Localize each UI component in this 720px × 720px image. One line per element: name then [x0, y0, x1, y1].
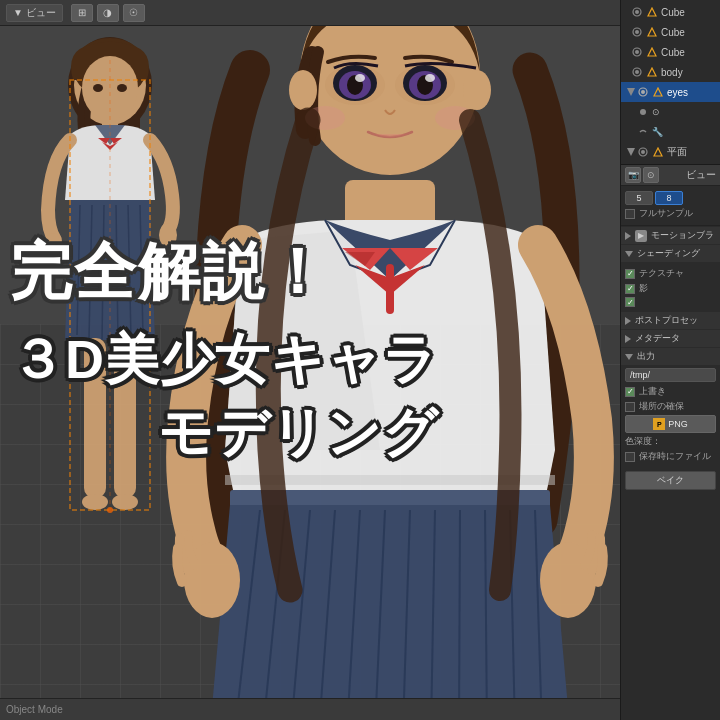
svg-marker-60: [648, 28, 656, 36]
overwrite-row: ✓ 上書き: [625, 385, 716, 398]
right-panel: Cube Cube: [620, 0, 720, 720]
svg-point-7: [117, 84, 127, 92]
shadow-checkbox[interactable]: ✓: [625, 284, 635, 294]
properties-panel: 5 8 フルサンプル ▶ モーションブラ シ: [621, 186, 720, 720]
viewport-toolbar-btn[interactable]: ⊞: [71, 4, 93, 22]
overlay-title: 完全解説！ ３D美少女キャラ モデリング: [10, 230, 438, 470]
svg-point-51: [355, 74, 365, 82]
outliner-item-body[interactable]: body: [621, 62, 720, 82]
bake-section: ベイク: [621, 467, 720, 494]
save-as-file-label: 保存時にファイル: [639, 450, 716, 463]
overwrite-checkbox[interactable]: ✓: [625, 387, 635, 397]
svg-point-69: [641, 90, 645, 94]
placeholder-row: 場所の確保: [625, 400, 716, 413]
texture-checkbox[interactable]: ✓: [625, 269, 635, 279]
mesh-icon: [646, 6, 658, 18]
full-sample-label: フルサンプル: [639, 207, 716, 220]
render-samples-row: 5 8: [625, 191, 716, 205]
performance-arrow: [625, 317, 631, 325]
performance-section[interactable]: ポストプロセッ: [621, 312, 720, 329]
motion-icon: ▶: [635, 230, 647, 242]
texture-label: テクスチャ: [639, 267, 716, 280]
outliner-label-cube3: Cube: [661, 47, 685, 58]
overwrite-label: 上書き: [639, 385, 716, 398]
svg-marker-67: [627, 88, 635, 96]
texture-row: ✓ テクスチャ: [625, 267, 716, 280]
visibility-icon5: [637, 86, 649, 98]
motion-blur-section[interactable]: ▶ モーションブラ: [621, 227, 720, 244]
svg-point-6: [93, 84, 103, 92]
visibility-icon4: [631, 66, 643, 78]
viewport-footer: Object Mode: [0, 698, 620, 720]
format-png-row[interactable]: P PNG: [625, 415, 716, 433]
svg-point-22: [107, 507, 113, 513]
visibility-icon2: [631, 26, 643, 38]
svg-point-74: [641, 150, 645, 154]
motion-blur-arrow: [625, 232, 631, 240]
color-depth-row: 色深度：: [625, 435, 716, 448]
outliner-label-cube2: Cube: [661, 27, 685, 38]
shading-section-header[interactable]: シェーディング: [621, 245, 720, 262]
outliner: Cube Cube: [621, 0, 720, 165]
output-content: /tmp/ ✓ 上書き 場所の確保 P PNG: [621, 366, 720, 467]
save-checkbox[interactable]: [625, 452, 635, 462]
svg-point-52: [425, 74, 435, 82]
svg-point-71: [640, 109, 646, 115]
3d-viewport[interactable]: ▼ ビュー ⊞ ◑ ☉: [0, 0, 620, 720]
svg-marker-63: [648, 48, 656, 56]
outliner-label-cube1: Cube: [661, 7, 685, 18]
output-section-header[interactable]: 出力: [621, 348, 720, 365]
svg-marker-70: [654, 88, 662, 96]
visibility-icon3: [631, 46, 643, 58]
outliner-sub-item1[interactable]: ⊙: [621, 102, 720, 122]
prop-tab-icon2[interactable]: ⊙: [643, 167, 659, 183]
extra-checkbox-row: ✓: [625, 297, 716, 307]
svg-point-41: [289, 70, 317, 110]
postprocess-arrow: [625, 335, 631, 343]
outliner-sub-item2[interactable]: 🔧: [621, 122, 720, 142]
extra-checkbox[interactable]: ✓: [625, 297, 635, 307]
bake-button[interactable]: ベイク: [625, 471, 716, 490]
outliner-item-cube1[interactable]: Cube: [621, 2, 720, 22]
mesh-icon4: [646, 66, 658, 78]
viewport-header: ▼ ビュー ⊞ ◑ ☉: [0, 0, 620, 26]
shadow-row: ✓ 影: [625, 282, 716, 295]
title-line2: ３D美少女キャラ: [10, 324, 438, 397]
mesh-icon6: [652, 146, 664, 158]
outliner-item-plane[interactable]: 平面: [621, 142, 720, 162]
postprocess-label: メタデータ: [635, 332, 680, 345]
outliner-label-plane: 平面: [667, 145, 687, 159]
render-value2[interactable]: 8: [655, 191, 683, 205]
view-mode-button[interactable]: ▼ ビュー: [6, 4, 63, 22]
viewport-overlay-btn[interactable]: ☉: [123, 4, 145, 22]
title-line3: モデリング: [10, 397, 438, 470]
properties-content: 5 8 フルサンプル ▶ モーションブラ シ: [621, 186, 720, 720]
outliner-label-body: body: [661, 67, 683, 78]
app-container: ▼ ビュー ⊞ ◑ ☉: [0, 0, 720, 720]
properties-title: ビュー: [686, 168, 716, 182]
postprocess-section[interactable]: メタデータ: [621, 330, 720, 347]
shading-arrow: [625, 251, 633, 257]
viewport-shading-btn[interactable]: ◑: [97, 4, 119, 22]
visibility-icon6: [637, 146, 649, 158]
mesh-icon2: [646, 26, 658, 38]
color-depth-label: 色深度：: [625, 435, 716, 448]
prop-tab-icon1[interactable]: 📷: [625, 167, 641, 183]
shading-label: シェーディング: [637, 247, 700, 260]
svg-point-20: [112, 494, 138, 510]
svg-point-65: [635, 70, 639, 74]
mesh-icon5: [652, 86, 664, 98]
full-sample-row: フルサンプル: [625, 207, 716, 220]
placeholder-checkbox[interactable]: [625, 402, 635, 412]
outliner-item-eyes[interactable]: eyes: [621, 82, 720, 102]
output-path[interactable]: /tmp/: [625, 368, 716, 382]
outliner-item-cube3[interactable]: Cube: [621, 42, 720, 62]
full-sample-checkbox[interactable]: [625, 209, 635, 219]
outliner-item-cube2[interactable]: Cube: [621, 22, 720, 42]
svg-point-62: [635, 50, 639, 54]
svg-marker-66: [648, 68, 656, 76]
render-value1[interactable]: 5: [625, 191, 653, 205]
outliner-label-eyes: eyes: [667, 87, 688, 98]
output-arrow: [625, 354, 633, 360]
svg-point-59: [635, 30, 639, 34]
